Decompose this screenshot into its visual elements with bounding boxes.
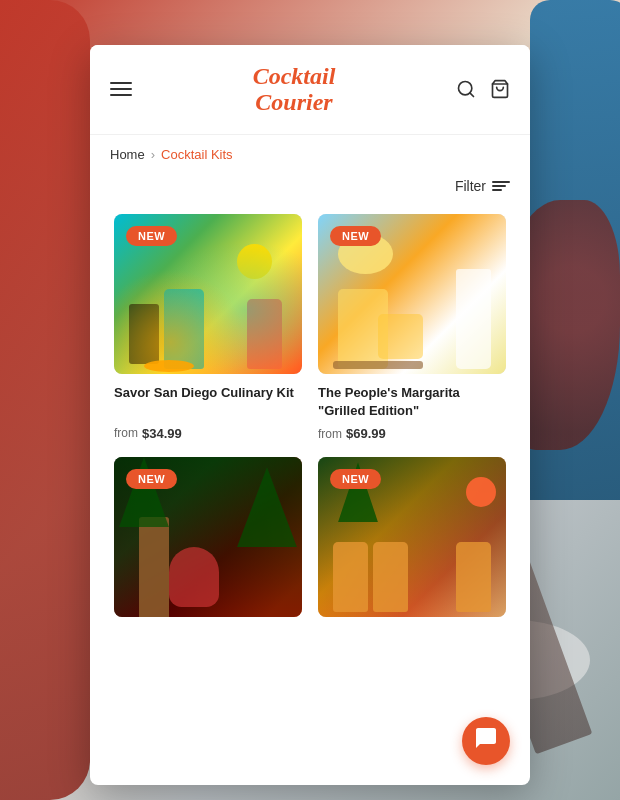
product-price-row: from $34.99 (114, 426, 302, 441)
hamburger-button[interactable] (110, 82, 132, 96)
product-card[interactable]: NEW (106, 449, 310, 625)
chat-icon (474, 726, 498, 756)
header: Cocktail Courier (90, 45, 530, 135)
search-button[interactable] (456, 79, 476, 99)
new-badge: NEW (330, 226, 381, 246)
price-from: from (114, 426, 138, 440)
main-card: Cocktail Courier Home › Cocktail Kits (90, 45, 530, 785)
new-badge: NEW (126, 469, 177, 489)
breadcrumb-home[interactable]: Home (110, 147, 145, 162)
new-badge: NEW (330, 469, 381, 489)
product-card[interactable]: NEW (310, 449, 514, 625)
product-name: The People's Margarita "Grilled Edition" (318, 384, 506, 420)
price-from: from (318, 427, 342, 441)
products-grid: NEW Savor San Diego Culinary Kit from $3… (90, 206, 530, 625)
filter-bar: Filter (90, 174, 530, 206)
logo[interactable]: Cocktail Courier (253, 63, 336, 116)
breadcrumb: Home › Cocktail Kits (90, 135, 530, 174)
filter-label: Filter (455, 178, 486, 194)
product-image-wrap: NEW (114, 214, 302, 374)
price-value: $34.99 (142, 426, 182, 441)
svg-line-1 (470, 93, 474, 97)
product-image-wrap: NEW (114, 457, 302, 617)
new-badge: NEW (126, 226, 177, 246)
filter-icon[interactable] (492, 181, 510, 191)
background-glass (0, 0, 90, 800)
product-image-wrap: NEW (318, 457, 506, 617)
cart-button[interactable] (490, 79, 510, 99)
breadcrumb-current: Cocktail Kits (161, 147, 233, 162)
header-icons (456, 79, 510, 99)
product-name: Savor San Diego Culinary Kit (114, 384, 302, 420)
product-price-row: from $69.99 (318, 426, 506, 441)
product-image-wrap: NEW (318, 214, 506, 374)
product-card[interactable]: NEW The People's Margarita "Grilled Edit… (310, 206, 514, 449)
chat-button[interactable] (462, 717, 510, 765)
price-value: $69.99 (346, 426, 386, 441)
breadcrumb-separator: › (151, 147, 155, 162)
product-card[interactable]: NEW Savor San Diego Culinary Kit from $3… (106, 206, 310, 449)
